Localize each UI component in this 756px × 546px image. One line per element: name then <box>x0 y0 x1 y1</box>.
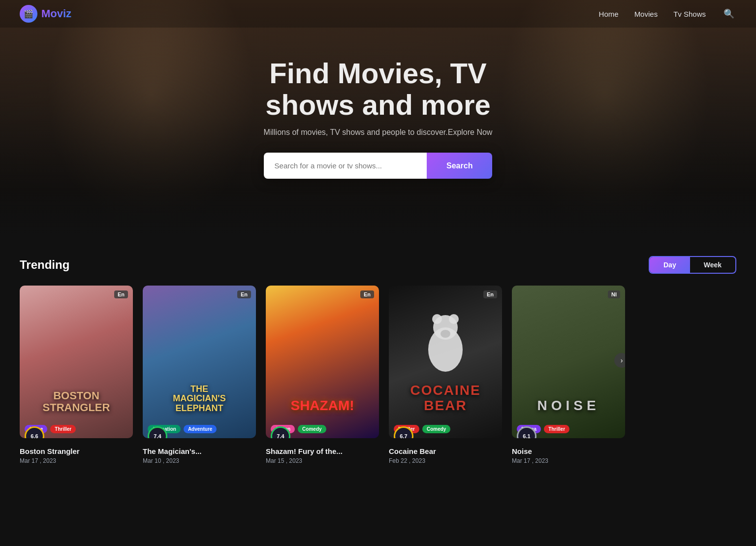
poster-title-text: NOISE <box>512 398 625 414</box>
poster-bg: SHAZAM! <box>266 286 379 438</box>
logo[interactable]: 🎬 Moviz <box>20 5 71 23</box>
svg-point-3 <box>449 314 459 324</box>
toggle-day[interactable]: Day <box>650 257 690 273</box>
poster-title-text: COCAINEBEAR <box>389 383 502 414</box>
nav-links: Home Movies Tv Shows 🔍 <box>599 6 736 21</box>
movies-row: BOSTONSTRANGLER En Crime Thriller 6.6 Bo… <box>20 286 736 468</box>
trending-section: Trending Day Week BOSTONSTRANGLER En Cri… <box>0 236 756 498</box>
nav-tvshows[interactable]: Tv Shows <box>673 10 706 18</box>
navbar: 🎬 Moviz Home Movies Tv Shows 🔍 <box>0 0 756 28</box>
movie-card-magicians-elephant[interactable]: THEMAGICIAN'SELEPHANT En Animation Adven… <box>143 286 256 464</box>
nav-search-button[interactable]: 🔍 <box>722 6 736 21</box>
movie-title: Cocaine Bear <box>389 447 502 455</box>
hero-subtitle: Millions of movies, TV shows and people … <box>264 128 493 137</box>
svg-point-4 <box>441 330 450 338</box>
movie-title: Boston Strangler <box>20 447 133 455</box>
movie-date: Mar 17 , 2023 <box>20 457 133 464</box>
search-button[interactable]: Search <box>427 153 492 179</box>
movie-card-cocaine-bear[interactable]: COCAINEBEAR En Thriller Comedy 6.7 Cocai… <box>389 286 502 464</box>
hero-content: Find Movies, TVshows and more Millions o… <box>254 58 503 179</box>
search-input[interactable] <box>264 153 427 179</box>
poster-title-text: SHAZAM! <box>266 398 379 414</box>
genre-comedy: Comedy <box>422 425 450 433</box>
movie-card-boston-strangler[interactable]: BOSTONSTRANGLER En Crime Thriller 6.6 Bo… <box>20 286 133 464</box>
poster-bg: COCAINEBEAR <box>389 286 502 438</box>
hero-section: Find Movies, TVshows and more Millions o… <box>0 0 756 236</box>
movie-date: Mar 10 , 2023 <box>143 457 256 464</box>
movie-date: Mar 17 , 2023 <box>512 457 625 464</box>
poster-title-text: BOSTONSTRANGLER <box>20 390 133 414</box>
lang-badge: Nl <box>608 290 620 298</box>
poster-title-text: THEMAGICIAN'SELEPHANT <box>143 385 256 414</box>
hero-title: Find Movies, TVshows and more <box>264 58 493 121</box>
trending-header: Trending Day Week <box>20 256 736 274</box>
movie-date: Feb 22 , 2023 <box>389 457 502 464</box>
logo-icon: 🎬 <box>20 5 37 23</box>
movie-poster: THEMAGICIAN'SELEPHANT En Animation Adven… <box>143 286 256 438</box>
movie-poster: BOSTONSTRANGLER En Crime Thriller 6.6 <box>20 286 133 438</box>
poster-bg: THEMAGICIAN'SELEPHANT <box>143 286 256 438</box>
movie-poster: SHAZAM! En Action Comedy 7.4 <box>266 286 379 438</box>
next-arrow[interactable]: › <box>614 353 625 368</box>
hero-search-bar: Search <box>264 153 493 179</box>
nav-movies[interactable]: Movies <box>634 10 658 18</box>
movie-title: The Magician's... <box>143 447 256 455</box>
trending-toggle: Day Week <box>649 256 736 274</box>
movie-card-shazam[interactable]: SHAZAM! En Action Comedy 7.4 Shazam! Fur… <box>266 286 379 464</box>
genre-thriller: Thriller <box>544 425 569 433</box>
bear-svg <box>418 300 472 379</box>
svg-point-2 <box>432 314 442 324</box>
lang-badge: En <box>483 290 497 298</box>
lang-badge: En <box>114 290 128 298</box>
movie-card-noise[interactable]: NOISE Nl Drama Thriller 6.1 › Noise Mar … <box>512 286 625 464</box>
poster-bg: BOSTONSTRANGLER <box>20 286 133 438</box>
genre-thriller: Thriller <box>50 425 76 433</box>
toggle-week[interactable]: Week <box>690 257 735 273</box>
nav-home[interactable]: Home <box>599 10 619 18</box>
poster-bg: NOISE <box>512 286 625 438</box>
trending-title: Trending <box>20 258 69 272</box>
movie-poster: NOISE Nl Drama Thriller 6.1 › <box>512 286 625 438</box>
lang-badge: En <box>360 290 374 298</box>
movie-date: Mar 15 , 2023 <box>266 457 379 464</box>
lang-badge: En <box>237 290 251 298</box>
genre-comedy: Comedy <box>298 425 326 433</box>
movie-title: Shazam! Fury of the... <box>266 447 379 455</box>
genre-adventure: Adventure <box>184 425 217 433</box>
movie-title: Noise <box>512 447 625 455</box>
movie-poster: COCAINEBEAR En Thriller Comedy 6.7 <box>389 286 502 438</box>
logo-text: Moviz <box>41 7 71 20</box>
